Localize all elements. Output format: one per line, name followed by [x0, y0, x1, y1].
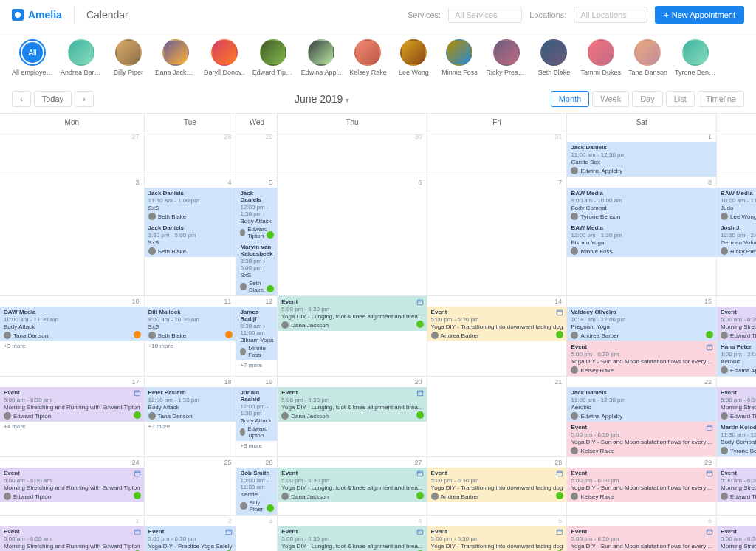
calendar-event[interactable]: BAW Media10:00 am - 11:30 amBody AttackT…	[0, 307, 144, 341]
today-button[interactable]: Today	[34, 91, 72, 107]
day-cell[interactable]: 5Event5:00 pm - 6:30 pmYoga DIY - Transi…	[427, 516, 568, 551]
employee-all[interactable]: AllAll employees	[12, 39, 53, 76]
calendar-event[interactable]: Event5:00 am - 6:30 amMorning Stretching…	[0, 526, 144, 551]
day-cell[interactable]: 2Event5:00 pm - 6:30 pmYoga DIY - Practi…	[145, 516, 237, 551]
day-cell[interactable]: 6	[278, 177, 427, 296]
employee-3[interactable]: Dana Jackson	[155, 39, 196, 76]
calendar-event[interactable]: Marvin van Kalcesbeek3:30 pm - 5:00 pmSx…	[236, 242, 277, 295]
locations-select[interactable]: All Locations	[574, 7, 647, 23]
employee-6[interactable]: Edwina Appl..	[301, 39, 342, 76]
calendar-event[interactable]: Peter Pasierb12:00 pm - 1:30 pmBody Atta…	[145, 387, 236, 422]
day-cell[interactable]: 2	[717, 131, 756, 177]
calendar-event[interactable]: Josh J.12:30 pm - 2:00 pmGerman Volume T…	[717, 222, 756, 257]
view-list[interactable]: List	[666, 91, 695, 107]
prev-button[interactable]: ‹	[12, 91, 31, 107]
calendar-event[interactable]: Event5:00 pm - 6:30 pmYoga DIY - Sun and…	[567, 468, 716, 502]
calendar-event[interactable]: Jack Daniels11:00 am - 12:30 pmAerobicEd…	[567, 387, 716, 422]
calendar-event[interactable]: Event5:00 pm - 6:30 pmYoga DIY - Lunging…	[278, 526, 426, 551]
day-cell[interactable]: 3	[236, 516, 278, 551]
day-cell[interactable]: 12James Radijf9:30 am - 11:00 amBikram Y…	[236, 296, 278, 377]
calendar-event[interactable]: Event5:00 pm - 6:30 pmYoga DIY - Sun and…	[567, 526, 716, 551]
day-cell[interactable]: 23Event5:00 am - 6:30 amMorning Stretchi…	[717, 377, 756, 457]
calendar-event[interactable]: Event5:00 pm - 6:30 pmYoga DIY - Practic…	[145, 526, 236, 551]
day-cell[interactable]: 25	[145, 457, 237, 516]
employee-1[interactable]: Andrea Barber	[61, 39, 102, 76]
day-cell[interactable]: 27Event5:00 pm - 6:30 pmYoga DIY - Lungi…	[278, 457, 427, 516]
employee-4[interactable]: Daryll Donov..	[204, 39, 245, 76]
day-cell[interactable]: 9BAW Media10:00 am - 11:30 amJudoLee Won…	[717, 177, 756, 296]
calendar-event[interactable]: Event5:00 am - 6:30 amMorning Stretching…	[717, 468, 756, 502]
day-cell[interactable]: 21	[427, 377, 568, 457]
more-link[interactable]: +7 more	[236, 360, 277, 370]
more-link[interactable]: +3 more	[0, 341, 144, 351]
day-cell[interactable]: 20Event5:00 pm - 6:30 pmYoga DIY - Lungi…	[278, 377, 427, 457]
calendar-event[interactable]: Event5:00 am - 6:30 amMorning Stretching…	[0, 387, 144, 422]
brand-logo[interactable]: Amelia	[12, 9, 62, 21]
day-cell[interactable]: 1Jack Daniels11:00 am - 12:30 pmCardio B…	[567, 131, 717, 177]
employee-13[interactable]: Tana Danson	[628, 39, 667, 76]
day-cell[interactable]: 30	[278, 131, 427, 177]
day-cell[interactable]: 27	[0, 131, 145, 177]
day-cell[interactable]: 4Jack Daniels11:30 am - 1:00 pmSxSSeth B…	[145, 177, 237, 296]
day-cell[interactable]: 8BAW Media9:00 am - 10:00 amBody CombatT…	[567, 177, 717, 296]
more-link[interactable]: +3 more	[236, 441, 277, 451]
new-appointment-button[interactable]: + New Appointment	[655, 6, 744, 24]
employee-9[interactable]: Minnie Foss	[440, 39, 478, 76]
day-cell[interactable]: 1Event5:00 am - 6:30 amMorning Stretchin…	[0, 516, 145, 551]
calendar-event[interactable]: Valdecy Oliveira10:30 am - 12:00 pmPregn…	[567, 307, 716, 341]
calendar-event[interactable]: Event5:00 pm - 6:30 pmYoga DIY - Sun and…	[567, 422, 716, 456]
calendar-event[interactable]: Jack Daniels12:00 pm - 1:30 pmBody Attac…	[236, 188, 277, 242]
day-cell[interactable]: 29Event5:00 pm - 6:30 pmYoga DIY - Sun a…	[567, 457, 717, 516]
calendar-event[interactable]: Jack Daniels11:00 am - 12:30 pmCardio Bo…	[567, 142, 716, 177]
employee-14[interactable]: Tyrone Benson	[675, 39, 716, 76]
calendar-event[interactable]: Event5:00 pm - 6:30 pmYoga DIY - Lunging…	[278, 296, 426, 331]
day-cell[interactable]: 30Event5:00 am - 6:30 amMorning Stretchi…	[717, 457, 756, 516]
calendar-event[interactable]: Event5:00 pm - 6:30 pmYoga DIY - Transit…	[427, 526, 567, 551]
day-cell[interactable]: 17Event5:00 am - 6:30 amMorning Stretchi…	[0, 377, 145, 457]
day-cell[interactable]: 26Bob Smith10:00 am - 11:00 amKarateBill…	[236, 457, 278, 516]
day-cell[interactable]: 10BAW Media10:00 am - 11:30 amBody Attac…	[0, 296, 145, 377]
calendar-event[interactable]: Event5:00 pm - 6:30 pmYoga DIY - Transit…	[427, 307, 567, 341]
employee-10[interactable]: Ricky Pressley	[486, 39, 527, 76]
calendar-event[interactable]: Event5:00 am - 6:30 amMorning Stretching…	[717, 526, 756, 551]
day-cell[interactable]: 29	[236, 131, 278, 177]
more-link[interactable]: +10 more	[145, 341, 236, 351]
day-cell[interactable]: 18Peter Pasierb12:00 pm - 1:30 pmBody At…	[145, 377, 237, 457]
employee-2[interactable]: Billy Piper	[109, 39, 148, 76]
calendar-event[interactable]: Event5:00 pm - 6:30 pmYoga DIY - Lunging…	[278, 468, 426, 502]
more-link[interactable]: +4 more	[0, 422, 144, 431]
day-cell[interactable]: 22Jack Daniels11:00 am - 12:30 pmAerobic…	[567, 377, 717, 457]
calendar-event[interactable]: Martin Kolodziej11:30 am - 12:30 pmBody …	[717, 422, 756, 456]
day-cell[interactable]: 13Event5:00 pm - 6:30 pmYoga DIY - Lungi…	[278, 296, 427, 377]
day-cell[interactable]: 11Bill Mallock9:00 am - 10:30 amSxSSeth …	[145, 296, 237, 377]
calendar-event[interactable]: Bill Mallock9:00 am - 10:30 amSxSSeth Bl…	[145, 307, 236, 341]
more-link[interactable]: +3 more	[145, 422, 236, 431]
calendar-event[interactable]: Jack Daniels11:30 am - 1:00 pmSxSSeth Bl…	[145, 188, 236, 222]
employee-11[interactable]: Seth Blake	[535, 39, 573, 76]
day-cell[interactable]: 24Event5:00 am - 6:30 amMorning Stretchi…	[0, 457, 145, 516]
calendar-event[interactable]: Event5:00 pm - 6:30 pmYoga DIY - Lunging…	[278, 387, 426, 422]
day-cell[interactable]: 5Jack Daniels12:00 pm - 1:30 pmBody Atta…	[236, 177, 278, 296]
view-day[interactable]: Day	[632, 91, 663, 107]
calendar-event[interactable]: Junaid Rashid12:00 pm - 1:30 pmBody Atta…	[236, 387, 277, 441]
calendar-event[interactable]: Event5:00 pm - 6:30 pmYoga DIY - Sun and…	[567, 341, 716, 376]
calendar-event[interactable]: Hans Peter1:00 pm - 2:00 pmAerobicEdwina…	[717, 341, 756, 376]
calendar-event[interactable]: James Radijf9:30 am - 11:00 amBikram Yog…	[236, 307, 277, 360]
day-cell[interactable]: 3	[0, 177, 145, 296]
calendar-event[interactable]: Event5:00 am - 6:30 amMorning Stretching…	[0, 468, 144, 502]
calendar-event[interactable]: BAW Media10:00 am - 11:30 amJudoLee Wong	[717, 188, 756, 222]
employee-8[interactable]: Lee Wong	[394, 39, 433, 76]
services-select[interactable]: All Services	[448, 7, 522, 23]
calendar-event[interactable]: Event5:00 am - 6:30 amMorning Stretching…	[717, 387, 756, 422]
day-cell[interactable]: 28	[145, 131, 237, 177]
day-cell[interactable]: 6Event5:00 pm - 6:30 pmYoga DIY - Sun an…	[567, 516, 717, 551]
calendar-event[interactable]: Jack Daniels3:30 pm - 5:00 pmSxSSeth Bla…	[145, 222, 236, 257]
calendar-event[interactable]: BAW Media9:00 am - 10:00 amBody CombatTy…	[567, 188, 716, 222]
day-cell[interactable]: 7	[427, 177, 568, 296]
view-week[interactable]: Week	[592, 91, 629, 107]
employee-5[interactable]: Edward Tipton	[252, 39, 294, 76]
day-cell[interactable]: 19Junaid Rashid12:00 pm - 1:30 pmBody At…	[236, 377, 278, 457]
day-cell[interactable]: 15Valdecy Oliveira10:30 am - 12:00 pmPre…	[567, 296, 717, 377]
day-cell[interactable]: 31	[427, 131, 568, 177]
current-month-label[interactable]: June 2019 ▾	[94, 93, 551, 105]
